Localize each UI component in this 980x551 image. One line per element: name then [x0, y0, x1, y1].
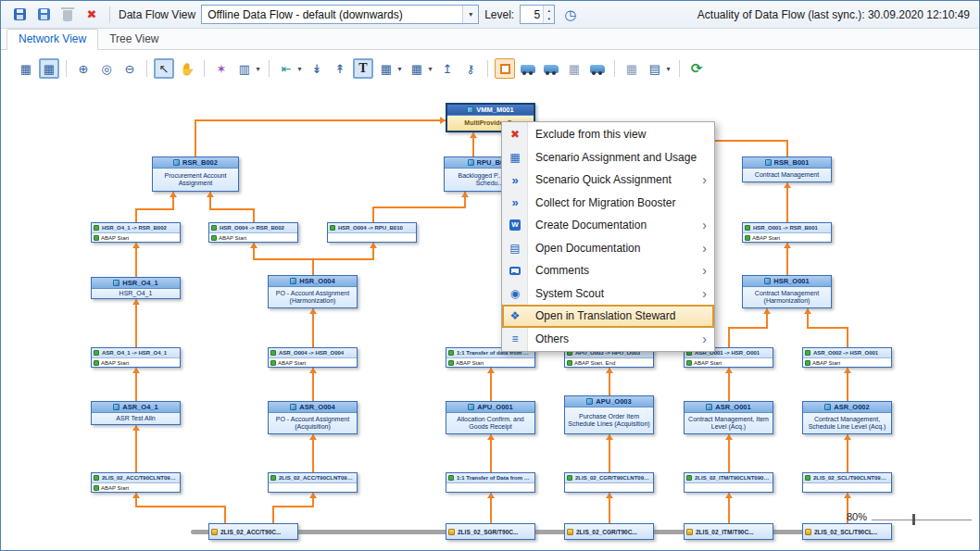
node-asr-o002[interactable]: ASR_O002 Contract Management, Schedule L…: [802, 401, 892, 434]
node-transform-2lis-acc-2[interactable]: 2LIS_02_ACC/T90CLNT090 ->...: [268, 472, 358, 493]
node-header: ASR_O002: [803, 402, 891, 413]
key-button[interactable]: ⚷: [460, 58, 481, 79]
node-apu-o001[interactable]: APU_O001 Allocation Confirm. and Goods R…: [446, 401, 535, 434]
spin-up-icon[interactable]: ▴: [544, 6, 554, 15]
zoom-slider-track[interactable]: [872, 520, 972, 520]
node-rsr-b001[interactable]: RSR_B001 Contract Management: [742, 157, 832, 182]
tab-tree-view[interactable]: Tree View: [98, 30, 170, 49]
menu-item-comments[interactable]: Comments ›: [502, 259, 714, 282]
save-button[interactable]: [10, 6, 29, 24]
chevron-down-icon[interactable]: ▾: [664, 65, 672, 73]
level-spinner[interactable]: 5 ▴ ▾: [520, 5, 555, 24]
chevron-down-icon[interactable]: ▾: [254, 65, 262, 73]
magic-wand-button[interactable]: ✶: [211, 58, 232, 79]
go-to-start-button[interactable]: ⇤: [276, 58, 296, 79]
refresh-button[interactable]: ⟳: [686, 58, 707, 79]
node-transform-2lis-scl[interactable]: 2LIS_02_SCL/T90CLNT090 ->...: [802, 472, 892, 493]
node-datasource-scl[interactable]: 2LIS_02_SCL/T90CL...: [802, 523, 892, 540]
collapse-all-button[interactable]: ↡: [307, 58, 327, 79]
save-all-button[interactable]: [34, 6, 53, 24]
transport-tertiary-button[interactable]: [587, 58, 608, 79]
transformation-icon: [270, 475, 276, 481]
node-transform-asr-o002[interactable]: ASR_O002 -> HSR_O001 ABAP Start: [802, 347, 892, 368]
delete-button[interactable]: [58, 6, 77, 24]
transport-secondary-button[interactable]: [541, 58, 561, 79]
node-asr-o4-1[interactable]: ASR_O4_1 ASR Test Alln: [91, 401, 181, 425]
node-transform-asr-o004[interactable]: ASR_O004 -> HSR_O004 ABAP Start: [268, 347, 358, 368]
node-transform-2lis-itm[interactable]: 2LIS_02_ITM/T90CLNT090 ->...: [684, 472, 773, 493]
column-layout-button[interactable]: ▥: [234, 58, 255, 79]
node-hsr-o001[interactable]: HSR_O001 Contract Management (Harmonizat…: [742, 275, 832, 308]
node-rsr-b002[interactable]: RSR_B002 Procurement Account Assignment: [152, 157, 239, 192]
node-title: ASR_O004 -> HSR_O004: [279, 350, 344, 356]
data-flow-dropdown[interactable]: Offline Data Flow - default (downwards) …: [201, 5, 479, 24]
text-tool-button[interactable]: T: [353, 58, 373, 79]
datasource-icon: [805, 529, 811, 535]
migration-booster-icon: »: [509, 196, 521, 208]
remove-button[interactable]: ✖: [82, 6, 101, 24]
connection-lines: [1, 1, 979, 550]
tab-network-view[interactable]: Network View: [6, 29, 98, 50]
node-asr-o004[interactable]: ASR_O004 PO - Account Assignment (Acquis…: [268, 401, 358, 434]
node-body-text: ABAP Start: [101, 235, 129, 241]
pattern-button[interactable]: ▦: [564, 58, 584, 79]
chevron-down-icon[interactable]: ▾: [426, 65, 434, 73]
node-hsr-o004[interactable]: HSR_O004 PO - Account Assignment (Harmon…: [268, 275, 358, 308]
node-asr-o001[interactable]: ASR_O001 Contract Management, Item Level…: [684, 401, 773, 434]
node-body: ABAP Start: [92, 483, 180, 492]
expand-all-button[interactable]: ↟: [330, 58, 350, 79]
node-transform-hsr-o001[interactable]: HSR_O001 -> RSR_B001 ABAP Start: [742, 222, 832, 243]
pointer-tool-button[interactable]: ↖: [154, 58, 174, 79]
node-transform-2lis-acc-1[interactable]: 2LIS_02_ACC/T90CLNT090 ->... ABAP Start: [91, 472, 181, 493]
node-transform-hsr-o004-rpu[interactable]: HSR_O004 -> RPU_B010: [327, 222, 417, 243]
separator: [146, 60, 147, 77]
datasource-icon: [567, 529, 573, 535]
menu-item-scenario-quick-assignment[interactable]: » Scenario Quick Assignment ›: [502, 169, 714, 192]
menu-item-system-scout[interactable]: ◉ System Scout ›: [502, 282, 714, 306]
dropdown-arrow-icon[interactable]: ▾: [462, 6, 478, 23]
node-datasource-itm[interactable]: 2LIS_02_ITM/T90C...: [684, 523, 773, 540]
spin-down-icon[interactable]: ▾: [544, 15, 554, 24]
monitor-button[interactable]: ▤: [645, 58, 665, 79]
infoprovider-icon: [468, 404, 474, 410]
menu-item-open-documentation[interactable]: ▤ Open Documentation ›: [502, 237, 714, 260]
chevron-down-icon[interactable]: ▾: [295, 65, 304, 73]
menu-item-others[interactable]: ≡ Others ›: [502, 328, 714, 351]
go-to-start-group: ⇤ ▾: [276, 58, 304, 79]
node-datasource-acc[interactable]: 2LIS_02_ACC/T90C...: [208, 523, 298, 540]
menu-item-create-documentation[interactable]: W Create Documentation ›: [502, 214, 714, 237]
level-label: Level:: [484, 8, 514, 21]
zoom-in-button[interactable]: ⊕: [73, 58, 94, 79]
node-transform-2lis-sgr[interactable]: 1:1 Transfer of Data from 2LIS...: [446, 472, 535, 493]
zoom-out-button[interactable]: ⊖: [119, 58, 140, 79]
node-datasource-sgr[interactable]: 2LIS_02_SGR/T90C...: [446, 523, 535, 540]
transformation-icon: [94, 350, 99, 356]
menu-item-scenario-assignment[interactable]: ▦ Scenario Assignment and Usage ›: [502, 146, 714, 169]
node-transform-2lis-cgr[interactable]: 2LIS_02_CGR/T90CLNT090 ->...: [564, 472, 654, 493]
grid-highlight-button[interactable]: ▦: [39, 58, 59, 79]
node-hsr-o4-1[interactable]: HSR_O4_1 HSR_O4_1: [91, 277, 181, 299]
mini-grid-button[interactable]: ▦: [622, 58, 642, 79]
level-value: 5: [521, 6, 543, 23]
node-header: HSR_O004: [269, 276, 357, 287]
zoom-button[interactable]: ◎: [96, 58, 117, 79]
transport-button[interactable]: [518, 58, 538, 79]
zoom-slider-handle[interactable]: [912, 514, 915, 525]
menu-item-exclude-from-view[interactable]: ✖ Exclude from this view ›: [502, 123, 714, 146]
table-view-button[interactable]: ▦: [376, 58, 396, 79]
node-transform-asr-o4-1[interactable]: ASR_O4_1 -> HSR_O4_1 ABAP Start: [91, 347, 181, 368]
grid-layout-button[interactable]: ▦: [16, 58, 36, 79]
highlight-frame-button[interactable]: [495, 58, 515, 79]
table-design-button[interactable]: ▦: [407, 58, 427, 79]
pan-tool-button[interactable]: ✋: [177, 58, 197, 79]
node-apu-o003[interactable]: APU_O003 Purchase Order Item Schedule Li…: [564, 395, 654, 434]
filter-up-button[interactable]: ↥: [437, 58, 458, 79]
node-header: ASR_O001: [685, 402, 773, 413]
menu-item-collect-migration-booster[interactable]: » Collect for Migration Booster ›: [502, 192, 714, 215]
menu-item-open-in-translation-steward[interactable]: ❖ Open in Translation Steward ›: [502, 305, 714, 328]
node-transform-hsr-o004-b002[interactable]: HSR_O004 -> RSR_B002 ABAP Start: [208, 222, 298, 243]
node-datasource-cgr[interactable]: 2LIS_02_CGR/T90C...: [564, 523, 654, 540]
node-title: ASR_O004: [299, 403, 334, 411]
node-transform-hsr-o4-1[interactable]: HSR_O4_1 -> RSR_B002 ABAP Start: [91, 222, 181, 243]
chevron-down-icon[interactable]: ▾: [396, 65, 404, 73]
